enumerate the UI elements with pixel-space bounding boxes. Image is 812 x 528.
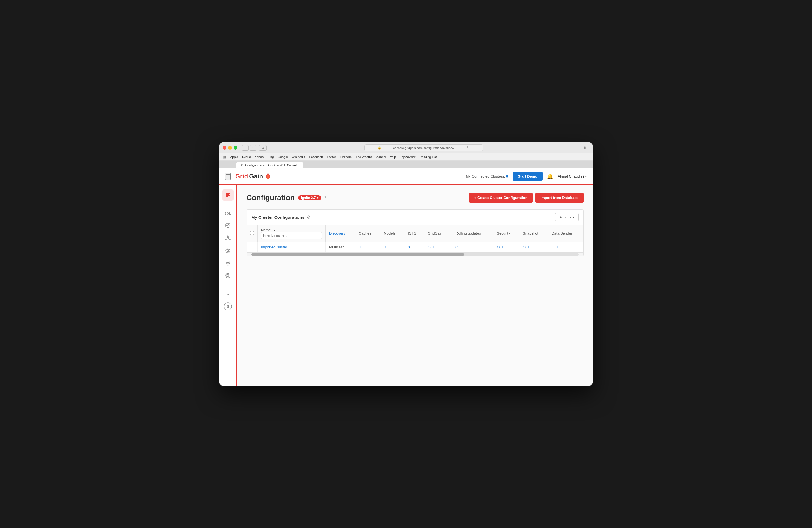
hamburger-menu[interactable]: ☰ [225, 173, 231, 180]
sidebar-item-signum[interactable]: S [222, 301, 233, 312]
security-off-link[interactable]: OFF [497, 245, 504, 249]
bookmark-weather[interactable]: The Weather Channel [356, 155, 386, 159]
column-header-rolling-updates: Rolling updates [452, 225, 493, 242]
caches-link[interactable]: 3 [359, 245, 361, 249]
column-header-data-sender: Data Sender [548, 225, 583, 242]
row-checkbox[interactable] [250, 245, 254, 248]
back-button[interactable]: ‹ [242, 145, 248, 151]
data-sender-off-link[interactable]: OFF [552, 245, 559, 249]
lock-icon: 🔒 [367, 146, 392, 149]
create-cluster-button[interactable]: + Create Cluster Configuration [469, 193, 533, 203]
chevron-down-icon: ▾ [572, 215, 575, 219]
svg-point-16 [227, 250, 229, 252]
column-header-snapshot: Snapshot [519, 225, 548, 242]
svg-point-9 [227, 237, 229, 239]
sidebar-item-configuration[interactable] [222, 189, 233, 201]
snapshot-off-link[interactable]: OFF [523, 245, 530, 249]
svg-rect-2 [226, 193, 230, 194]
gridgain-off-link[interactable]: OFF [428, 245, 435, 249]
models-link[interactable]: 3 [384, 245, 386, 249]
minimize-button[interactable] [228, 146, 232, 149]
tab-favicon: ⚙ [241, 164, 244, 167]
maximize-button[interactable] [233, 146, 237, 149]
table-title: My Cluster Configurations [251, 215, 304, 220]
actions-button[interactable]: Actions ▾ [555, 213, 579, 221]
new-tab-button[interactable]: + [587, 145, 589, 150]
app-container: ☰ GridGain My Connected Clusters: 0 Star… [219, 168, 593, 385]
svg-point-19 [227, 275, 229, 277]
help-icon[interactable]: ? [323, 195, 326, 201]
igfs-link[interactable]: 0 [408, 245, 410, 249]
version-text: Ignite 2.7 [301, 196, 316, 200]
cluster-configurations-table: Name ▲ Discovery [247, 225, 583, 252]
name-filter-input[interactable] [261, 232, 322, 239]
url-text[interactable]: console.gridgain.com/configuration/overv… [393, 146, 454, 149]
connected-count[interactable]: 0 [506, 174, 508, 178]
bookmark-reading-list[interactable]: Reading List › [420, 155, 439, 159]
bookmark-yelp[interactable]: Yelp [390, 155, 396, 159]
actions-label: Actions [559, 215, 571, 219]
sort-asc-icon[interactable]: ▲ [273, 229, 276, 232]
scrollbar-track [251, 253, 579, 255]
sidebar-item-clusters[interactable] [222, 233, 233, 244]
traffic-lights [223, 146, 237, 149]
sidebar-item-download[interactable] [222, 288, 233, 299]
table-settings-icon[interactable]: ⚙ [307, 215, 311, 220]
svg-line-15 [226, 239, 227, 239]
import-database-button[interactable]: Import from Database [536, 193, 583, 203]
version-badge[interactable]: Ignite 2.7 ▾ [298, 195, 321, 201]
svg-rect-3 [226, 194, 229, 195]
svg-point-11 [229, 239, 230, 240]
notification-bell-button[interactable]: 🔔 [547, 173, 553, 179]
bookmarks-bar: ⊞ Apple iCloud Yahoo Bing Google Wikiped… [219, 153, 593, 161]
svg-rect-8 [227, 228, 229, 228]
grid-icon[interactable]: ⊞ [223, 155, 226, 159]
address-bar: 🔒 console.gridgain.com/configuration/ove… [271, 144, 577, 151]
bookmark-linkedin[interactable]: LinkedIn [340, 155, 352, 159]
column-header-security: Security [493, 225, 519, 242]
sidebar-item-support[interactable] [222, 270, 233, 281]
bookmark-wikipedia[interactable]: Wikipedia [292, 155, 305, 159]
sidebar-item-monitoring[interactable] [222, 220, 233, 232]
cluster-name-link[interactable]: ImportedCluster [261, 245, 287, 249]
close-button[interactable] [223, 146, 227, 149]
row-checkbox-cell[interactable] [247, 242, 258, 252]
user-menu-button[interactable]: Akmal Chaudhri ▾ [558, 174, 587, 178]
bookmark-facebook[interactable]: Facebook [309, 155, 323, 159]
scrollbar-thumb[interactable] [251, 253, 464, 255]
sql-icon: SQL [224, 212, 231, 215]
logo-gain: Gain [249, 173, 263, 180]
main-layout: SQL [219, 185, 593, 385]
discovery-col-link[interactable]: Discovery [329, 231, 345, 235]
bookmark-tripadvisor[interactable]: TripAdvisor [400, 155, 415, 159]
sidebar-item-databases[interactable] [222, 258, 233, 269]
sidebar-item-sql[interactable]: SQL [222, 208, 233, 219]
sidebar-toggle-button[interactable]: ⊡ [259, 145, 266, 151]
column-header-igfs: IGFS [404, 225, 424, 242]
active-tab[interactable]: ⚙ Configuration - GridGain Web Console [236, 162, 303, 168]
sidebar-divider-2 [222, 284, 233, 285]
sidebar-item-settings[interactable] [222, 245, 233, 256]
select-all-checkbox[interactable] [250, 231, 254, 235]
logo-grid: Grid [235, 173, 248, 180]
bookmark-icloud[interactable]: iCloud [242, 155, 251, 159]
refresh-icon[interactable]: ↻ [455, 146, 481, 149]
rolling-updates-off-link[interactable]: OFF [455, 245, 463, 249]
table-card-header: My Cluster Configurations ⚙ Actions ▾ [247, 210, 583, 225]
select-all-checkbox-header[interactable] [247, 225, 258, 242]
share-button[interactable]: ⬆ [583, 146, 587, 150]
tab-bar: ⚙ Configuration - GridGain Web Console [219, 161, 593, 168]
bookmark-yahoo[interactable]: Yahoo [255, 155, 263, 159]
bookmark-apple[interactable]: Apple [230, 155, 238, 159]
bookmark-bing[interactable]: Bing [267, 155, 274, 159]
column-header-models: Models [380, 225, 404, 242]
horizontal-scrollbar[interactable] [247, 252, 583, 256]
bookmark-twitter[interactable]: Twitter [327, 155, 336, 159]
column-header-name: Name ▲ [258, 225, 326, 242]
svg-text:S: S [227, 304, 229, 309]
bookmark-google[interactable]: Google [278, 155, 288, 159]
start-demo-button[interactable]: Start Demo [512, 172, 542, 181]
forward-button[interactable]: › [250, 145, 257, 151]
column-header-gridgain: GridGain [424, 225, 452, 242]
table-row: ImportedCluster Multicast 3 [247, 242, 583, 252]
